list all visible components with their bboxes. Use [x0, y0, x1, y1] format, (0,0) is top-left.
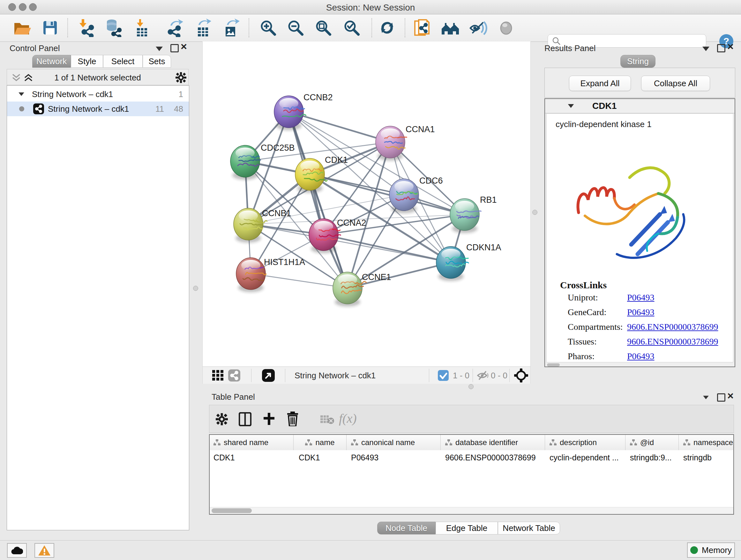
crosslink-pharos-link[interactable]: P06493	[627, 351, 655, 361]
network-node-CDC6[interactable]	[389, 179, 419, 213]
collapse-all-button[interactable]: Collapse All	[641, 76, 710, 91]
control-panel-float-icon[interactable]	[171, 44, 179, 52]
entry-collapse-icon[interactable]	[568, 104, 574, 108]
node-label-CCNB2: CCNB2	[304, 92, 333, 102]
control-panel-close-icon[interactable]: ×	[181, 42, 187, 51]
network-edge[interactable]	[289, 112, 390, 142]
refresh-button[interactable]	[377, 17, 397, 38]
string-import-button[interactable]	[412, 17, 432, 38]
open-session-button[interactable]	[11, 17, 32, 38]
table-cell[interactable]: cyclin-dependent ...	[545, 450, 625, 465]
export-network-button[interactable]	[165, 17, 185, 38]
enrichment-button[interactable]	[468, 17, 488, 38]
table-hscrollbar-thumb[interactable]	[212, 508, 252, 513]
selected-checkbox-icon[interactable]	[438, 370, 449, 381]
tab-edge-table[interactable]: Edge Table	[435, 522, 498, 535]
column-header[interactable]: shared name	[210, 435, 293, 450]
results-entry-header[interactable]: CDK1	[545, 99, 735, 113]
zoom-selected-button[interactable]	[341, 17, 362, 38]
tab-style[interactable]: Style	[71, 55, 103, 68]
network-node-CCNA2[interactable]	[309, 219, 341, 253]
table-cell[interactable]: stringdb:9...	[625, 450, 679, 465]
table-cell[interactable]: CDK1	[293, 450, 347, 465]
string-document-icon	[413, 18, 431, 37]
zoom-fit-button[interactable]	[313, 17, 333, 38]
birdseye-icon[interactable]	[262, 369, 275, 382]
tab-network[interactable]: Network	[32, 55, 71, 68]
crosslink-uniprot-link[interactable]: P06493	[627, 293, 655, 303]
left-splitter-handle[interactable]	[193, 286, 198, 291]
tab-network-table[interactable]: Network Table	[498, 522, 560, 535]
table-cell[interactable]: CDK1	[210, 450, 293, 465]
gear-icon[interactable]	[176, 72, 186, 83]
network-edge[interactable]	[324, 235, 451, 262]
control-panel-menu-icon[interactable]	[156, 47, 163, 51]
column-header[interactable]: @id	[625, 435, 679, 450]
results-panel-menu-icon[interactable]	[702, 47, 710, 51]
network-canvas[interactable]: CCNB2CCNA1CDC25BCDK1CDC6RB1CCNB1CCNA2CDK…	[202, 42, 531, 367]
network-node-RB1[interactable]	[450, 199, 481, 233]
table-settings-gear-icon[interactable]	[216, 413, 228, 425]
network-node-CDK1[interactable]	[295, 159, 327, 193]
import-network-file-button[interactable]	[76, 17, 97, 38]
table-hscrollbar-track[interactable]	[210, 507, 733, 514]
zoom-out-button[interactable]	[285, 17, 306, 38]
crosslink-tissues-link[interactable]: 9606.ENSP00000378699	[627, 336, 718, 347]
node-label-CCNE1: CCNE1	[362, 272, 391, 282]
crosslink-compartments-link[interactable]: 9606.ENSP00000378699	[627, 322, 718, 332]
save-session-button[interactable]	[40, 17, 60, 38]
network-node-CDC25B[interactable]	[230, 145, 261, 180]
expand-all-button[interactable]: Expand All	[569, 76, 631, 91]
network-svg[interactable]: CCNB2CCNA1CDC25BCDK1CDC6RB1CCNB1CCNA2CDK…	[203, 42, 531, 367]
table-cell[interactable]: 9606.ENSP00000378699	[441, 450, 545, 465]
zoom-in-button[interactable]	[258, 17, 278, 38]
warnings-button[interactable]	[35, 543, 54, 558]
add-column-icon[interactable]	[239, 412, 252, 426]
table-cell[interactable]: stringdb	[679, 450, 733, 465]
tab-select[interactable]: Select	[103, 55, 143, 68]
tab-node-table[interactable]: Node Table	[377, 522, 435, 535]
network-view-share-icon[interactable]	[228, 369, 240, 381]
export-table-button[interactable]	[193, 17, 213, 38]
results-panel-float-icon[interactable]	[717, 44, 725, 52]
footer-separator	[509, 369, 510, 382]
network-row-selected[interactable]: String Network – cdk1 11 48	[7, 102, 189, 116]
column-header[interactable]: canonical name	[347, 435, 441, 450]
delete-trash-icon[interactable]	[286, 412, 299, 426]
network-node-CDKN1A[interactable]	[436, 246, 468, 281]
cloud-button[interactable]	[7, 543, 27, 558]
collection-expand-icon[interactable]	[18, 92, 24, 96]
column-header[interactable]: description	[545, 435, 625, 450]
network-node-HIST1H1A[interactable]	[236, 258, 266, 292]
import-table-button[interactable]	[132, 17, 152, 38]
column-header[interactable]: name	[293, 435, 347, 450]
column-header[interactable]: database identifier	[441, 435, 545, 450]
table-cell[interactable]: P06493	[347, 450, 441, 465]
export-image-button[interactable]	[221, 17, 241, 38]
zoom-selected-icon	[342, 18, 361, 37]
network-node-CCNB2[interactable]	[274, 96, 306, 130]
network-node-CCNE1[interactable]	[333, 272, 366, 307]
tab-sets[interactable]: Sets	[143, 55, 171, 68]
horizontal-splitter-handle[interactable]	[468, 384, 474, 389]
network-collection-row[interactable]: String Network – cdk1 1	[7, 87, 189, 102]
table-panel-menu-icon[interactable]	[703, 395, 709, 399]
column-header[interactable]: namespace	[679, 435, 733, 450]
table-panel-float-icon[interactable]	[717, 393, 725, 401]
table-toolbar: f(x)	[209, 405, 734, 433]
hidden-eye-icon[interactable]	[476, 370, 489, 381]
tab-string[interactable]: String	[620, 55, 656, 68]
network-node-CCNA1[interactable]	[376, 126, 407, 161]
import-network-database-button[interactable]	[103, 17, 124, 38]
add-row-plus-icon[interactable]	[262, 412, 276, 426]
memory-button[interactable]: Memory	[687, 543, 735, 558]
table-panel-close-icon[interactable]: ×	[727, 391, 734, 400]
crosslink-genecard-link[interactable]: P06493	[627, 307, 655, 317]
results-hscrollbar-thumb[interactable]	[547, 363, 560, 367]
results-panel-close-icon[interactable]: ×	[727, 42, 734, 51]
fit-content-crosshair-icon[interactable]	[514, 368, 528, 382]
sphere-button-disabled	[496, 17, 516, 38]
string-home-button[interactable]	[440, 17, 461, 38]
right-splitter-handle[interactable]	[532, 210, 537, 215]
grid-view-icon[interactable]	[212, 370, 224, 381]
